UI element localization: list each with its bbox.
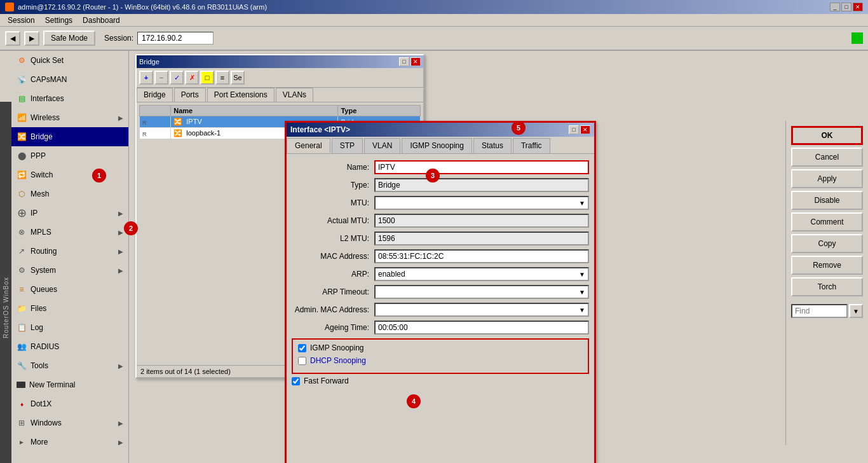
dialog-tabs: General STP VLAN IGMP Snooping Status Tr… [287, 137, 594, 154]
copy-button[interactable]: Copy [791, 234, 863, 253]
bridge-toolbar: + − ✓ ✗ □ ≡ Se [137, 68, 423, 88]
arp-row: ARP: enabled ▼ [292, 267, 589, 281]
log-icon: 📋 [17, 322, 27, 333]
menu-session[interactable]: Session [3, 15, 40, 26]
forward-button[interactable]: ▶ [24, 31, 39, 46]
sidebar-item-radius[interactable]: 👥 RADIUS [11, 337, 128, 356]
bridge-remove-button[interactable]: − [154, 71, 168, 85]
bridge-close-button[interactable]: ✕ [410, 57, 421, 66]
action-panel: OK Cancel Apply Disable Comment Copy Rem… [785, 121, 868, 445]
tab-vlan[interactable]: VLAN [364, 138, 400, 153]
cancel-button[interactable]: Cancel [791, 148, 863, 167]
bridge-add-button[interactable]: + [139, 71, 153, 85]
bridge-disable-button[interactable]: ✗ [185, 71, 199, 85]
sidebar-item-tools[interactable]: 🔧 Tools ▶ [11, 356, 128, 375]
name-label: Name: [292, 163, 374, 172]
sidebar-label-files: Files [31, 304, 123, 313]
sidebar-item-wireless[interactable]: 📶 Wireless ▶ [11, 108, 128, 127]
sidebar-label-capsman: CAPsMAN [31, 75, 123, 84]
bridge-tab-portextensions[interactable]: Port Extensions [207, 88, 275, 102]
mac-input[interactable] [374, 249, 589, 263]
ip-arrow: ▶ [118, 210, 123, 217]
sidebar-item-system[interactable]: ⚙ System ▶ [11, 261, 128, 280]
bridge-tab-bridge[interactable]: Bridge [137, 88, 173, 102]
sidebar-item-switch[interactable]: 🔁 Switch [11, 165, 128, 184]
sidebar-item-mesh[interactable]: ⬡ Mesh [11, 184, 128, 204]
bridge-comment-button[interactable]: □ [200, 71, 214, 85]
bridge-enable-button[interactable]: ✓ [170, 71, 184, 85]
mpls-icon: ⊗ [17, 227, 27, 237]
tab-general[interactable]: General [287, 138, 330, 153]
sidebar-item-windows[interactable]: ⊞ Windows ▶ [11, 413, 128, 432]
quickset-icon: ⚙ [17, 55, 27, 66]
tab-status[interactable]: Status [473, 138, 512, 153]
sidebar-item-log[interactable]: 📋 Log [11, 318, 128, 337]
mpls-arrow: ▶ [118, 229, 123, 236]
close-button[interactable]: ✕ [853, 3, 863, 11]
bridge-titlebar: Bridge □ ✕ [137, 55, 423, 68]
sidebar-item-mpls[interactable]: ⊗ MPLS ▶ [11, 223, 128, 242]
fast-forward-checkbox[interactable] [292, 377, 300, 385]
dialog-body: Name: Type: MTU: ▼ Actual MTU: [287, 154, 594, 396]
find-dropdown-button[interactable]: ▼ [849, 304, 863, 318]
tab-stp[interactable]: STP [332, 138, 363, 153]
interface-close-button[interactable]: ✕ [580, 125, 590, 134]
bridge-filter-button[interactable]: ≡ [215, 71, 229, 85]
igmp-snooping-checkbox[interactable] [298, 344, 306, 352]
dhcp-snooping-label[interactable]: DHCP Snooping [310, 356, 366, 365]
more-arrow: ▶ [118, 439, 123, 446]
dhcp-snooping-checkbox[interactable] [298, 357, 306, 365]
back-button[interactable]: ◀ [5, 31, 20, 46]
mtu-select[interactable]: ▼ [374, 196, 589, 210]
tab-igmpsnooping[interactable]: IGMP Snooping [402, 138, 472, 153]
apply-button[interactable]: Apply [791, 169, 863, 188]
admin-mac-select[interactable]: ▼ [374, 303, 589, 317]
bridge-search-button[interactable]: Se [231, 71, 245, 85]
bridge-tab-vlans[interactable]: VLANs [276, 88, 313, 102]
sidebar-item-files[interactable]: 📁 Files [11, 299, 128, 318]
remove-button[interactable]: Remove [791, 256, 863, 275]
sidebar-item-quickset[interactable]: ⚙ Quick Set [11, 51, 128, 70]
fast-forward-row: Fast Forward [292, 377, 589, 385]
menu-dashboard[interactable]: Dashboard [78, 15, 125, 26]
igmp-snooping-label[interactable]: IGMP Snooping [310, 343, 364, 352]
sidebar-item-queues[interactable]: ≡ Queues [11, 280, 128, 299]
sidebar-item-ppp[interactable]: ⬤ PPP [11, 146, 128, 165]
connection-indicator [851, 32, 863, 44]
bridge-tab-ports[interactable]: Ports [174, 88, 206, 102]
sidebar-item-newterminal[interactable]: New Terminal [11, 375, 128, 394]
bridge-restore-button[interactable]: □ [399, 57, 409, 66]
torch-button[interactable]: Torch [791, 277, 863, 296]
arp-timeout-select[interactable]: ▼ [374, 285, 589, 299]
window-controls: _ □ ✕ [830, 3, 863, 11]
sidebar-item-dot1x[interactable]: ⬧ Dot1X [11, 394, 128, 413]
sidebar-item-more[interactable]: ▸ More ▶ [11, 432, 128, 452]
igmp-snooping-row: IGMP Snooping [298, 343, 583, 352]
name-input[interactable] [374, 160, 589, 174]
sidebar-item-capsman[interactable]: 📡 CAPsMAN [11, 70, 128, 89]
safe-mode-button[interactable]: Safe Mode [43, 31, 95, 46]
maximize-button[interactable]: □ [841, 3, 851, 11]
mtu-label: MTU: [292, 198, 374, 207]
sidebar-item-interfaces[interactable]: ▤ Interfaces [11, 89, 128, 108]
find-input[interactable] [791, 304, 848, 318]
ok-button[interactable]: OK [791, 126, 863, 145]
menu-settings[interactable]: Settings [40, 15, 78, 26]
sidebar-label-wireless: Wireless [31, 113, 114, 122]
sidebar-item-routing[interactable]: ↗ Routing ▶ [11, 242, 128, 261]
comment-button[interactable]: Comment [791, 212, 863, 232]
arp-select[interactable]: enabled ▼ [374, 267, 589, 281]
interface-restore-button[interactable]: □ [569, 125, 579, 134]
tools-arrow: ▶ [118, 363, 123, 370]
sidebar-item-ip[interactable]: ⊕ IP ▶ [11, 204, 128, 223]
sidebar-item-bridge[interactable]: 🔀 Bridge [11, 127, 128, 146]
find-container: ▼ [791, 304, 863, 318]
tab-traffic[interactable]: Traffic [513, 138, 550, 153]
sidebar-label-windows: Windows [31, 418, 114, 427]
ageing-time-input[interactable] [374, 321, 589, 335]
minimize-button[interactable]: _ [830, 3, 840, 11]
disable-button[interactable]: Disable [791, 191, 863, 210]
sidebar-label-bridge: Bridge [31, 132, 123, 141]
session-input[interactable] [137, 32, 214, 45]
fast-forward-label[interactable]: Fast Forward [304, 377, 349, 385]
